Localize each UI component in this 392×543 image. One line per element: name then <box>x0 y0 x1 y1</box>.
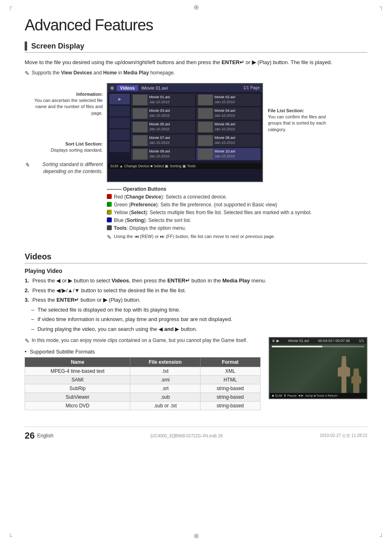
sort-label-title: Sort List Section: <box>65 141 103 146</box>
screen-header: ⊕ Videos iMovie 01.avi 1/1 Page <box>108 84 262 92</box>
file-info-7: Movie 04.avi Jan.10.2010 <box>214 109 235 118</box>
top-crosshair: ⊕ <box>194 3 199 11</box>
file-info-6: Movie 02.avi Jan.10.2010 <box>214 95 235 104</box>
screen-logo-icon: ⊕ <box>110 85 114 91</box>
note-game-icon: ✎ <box>25 337 30 345</box>
info-label-title: Information: <box>76 92 103 97</box>
table-row: MPEG-4 time-based text .txt XML <box>25 367 261 376</box>
file-item-3: Movie 05.avi Jan.10.2010 <box>131 121 195 133</box>
video-page: 1/1 <box>359 339 364 343</box>
table-row: SAMI .smi HTML <box>25 376 261 384</box>
diagram-area: Information: You can ascertain the selec… <box>25 83 367 183</box>
file-name-1: Movie 01.avi <box>149 95 170 100</box>
file-thumb-1 <box>133 95 148 105</box>
video-footer-text: ■ SUM ⏸ Pause ◄► Jump ▣ Tools ↺ Return <box>272 394 337 397</box>
step-2-text: Press the ◀/▶/▲/▼ button to select the d… <box>32 287 186 295</box>
screen-tab-videos: Videos <box>117 85 138 91</box>
tools-button-icon: ⬛ <box>107 225 112 230</box>
step-num-1: 1. <box>25 277 29 285</box>
sidebar-item-1: ▶ <box>109 94 130 104</box>
sub-step-2-text: If video time information is unknown, pl… <box>37 315 232 323</box>
videos-section: Videos Playing Video 1. Press the ◀ or ▶… <box>25 252 367 410</box>
op-green-text: Green (Preference): Sets the file prefer… <box>114 201 277 208</box>
operation-title: ——— Operation Buttons <box>107 186 321 192</box>
video-screen-box: ⊕ ▶ Movie 01.avi 00:04:03 / 00:07:38 1/1 <box>269 337 367 399</box>
op-blue-text: Blue (Sorting): Selects the sort list. <box>114 217 191 224</box>
file-list-desc: You can confirm the files and groups tha… <box>268 114 326 132</box>
file-date-9: Jan.10.2010 <box>214 141 235 146</box>
table-row: Micro DVD .sub or .txt string-based <box>25 402 261 410</box>
row-format-2: HTML <box>200 376 261 384</box>
op-note: ✎ Using the ⏮ (REW) or ⏭ (FF) button, fi… <box>107 234 321 240</box>
subtitle-formats-label: Supported Subtitle Formats <box>25 349 261 355</box>
note-pencil-icon: ✎ <box>25 70 30 76</box>
video-time: 00:04:03 / 00:07:38 <box>318 339 350 343</box>
bottom-area: ✎ In this mode, you can enjoy movie clip… <box>25 337 367 410</box>
file-date-2: Jan.10.2010 <box>149 113 170 118</box>
progress-bar-fill <box>272 346 323 347</box>
row-format-3: string-based <box>200 384 261 393</box>
formats-table-head: Name File extension Format <box>25 358 261 367</box>
footer-doc-info: [UC4000_32]BN68-02722G-XN.indb 26 <box>53 434 320 438</box>
screen-display-section-header: Screen Display <box>25 42 367 53</box>
subtitle-formats-text: Supported Subtitle Formats <box>30 349 95 355</box>
sort-note-text: Sorting standard is different depending … <box>32 161 103 175</box>
video-content-area <box>270 344 367 393</box>
row-ext-3: .srt <box>130 384 200 393</box>
file-name-5: Movie 09.avi <box>149 149 170 154</box>
file-thumb-9 <box>198 135 213 146</box>
giraffe-shape-2 <box>350 368 362 393</box>
step-3-text: Press the ENTER↵ button or ▶ (Play) butt… <box>32 296 141 304</box>
note-game-mode: ✎ In this mode, you can enjoy movie clip… <box>25 337 261 345</box>
step-num-3: 3. <box>25 296 29 304</box>
op-note-icon: ✎ <box>107 234 112 240</box>
file-thumb-7 <box>198 108 213 119</box>
op-red: A Red (Change Device): Selects a connect… <box>107 194 321 201</box>
formats-table: Name File extension Format MPEG-4 time-b… <box>25 357 261 410</box>
op-yellow: C Yellow (Select): Selects multiple file… <box>107 209 321 216</box>
sidebar-item-2 <box>109 106 130 116</box>
file-thumb-2 <box>133 108 148 119</box>
row-ext-2: .smi <box>130 376 200 384</box>
file-name-3: Movie 05.avi <box>149 122 170 127</box>
green-button-icon: B <box>107 202 112 207</box>
file-date-10: Jan.10.2010 <box>214 154 235 159</box>
file-item-10: Movie 10.avi Jan.10.2010 <box>196 148 261 160</box>
op-yellow-text: Yellow (Select): Selects multiple files … <box>114 209 312 216</box>
file-item-9: Movie 08.avi Jan.10.2010 <box>196 134 261 147</box>
step-list: 1. Press the ◀ or ▶ button to select Vid… <box>25 277 367 333</box>
op-tools-text: Tools: Displays the option menu. <box>114 225 186 232</box>
yellow-button-icon: C <box>107 210 112 215</box>
file-name-9: Movie 08.avi <box>214 136 235 141</box>
file-name-4: Movie 07.avi <box>149 136 170 141</box>
col-format: Format <box>200 358 261 367</box>
file-info-4: Movie 07.avi Jan.10.2010 <box>149 136 170 145</box>
sort-label-desc: Displays sorting standard. <box>51 148 103 153</box>
file-name-8: Movie 06.avi <box>214 122 235 127</box>
file-item-4: Movie 07.avi Jan.10.2010 <box>131 134 195 147</box>
file-item-1: Movie 01.avi Jan.10.2010 <box>131 94 195 106</box>
file-date-1: Jan.10.2010 <box>149 100 170 105</box>
step-2: 2. Press the ◀/▶/▲/▼ button to select th… <box>25 287 367 295</box>
info-label-desc: You can ascertain the selected file name… <box>34 98 103 116</box>
footer-page-num: 26 <box>25 430 35 441</box>
sort-sidebar: ▶ <box>109 94 130 162</box>
sub-step-3-text: During playing the video, you can search… <box>37 325 197 333</box>
file-info-1: Movie 01.avi Jan.10.2010 <box>149 95 170 104</box>
left-content: ✎ In this mode, you can enjoy movie clip… <box>25 337 261 410</box>
page-footer: 26 English [UC4000_32]BN68-02722G-XN.ind… <box>25 427 367 441</box>
sub-step-1: The selected file is displayed on the to… <box>31 306 367 314</box>
file-thumb-5 <box>133 149 148 159</box>
formats-table-body: MPEG-4 time-based text .txt XML SAMI .sm… <box>25 367 261 410</box>
sort-note-icon: ✎ <box>25 161 30 169</box>
sidebar-item-4 <box>109 129 130 140</box>
screen-current-file: iMovie 01.avi <box>141 85 168 90</box>
info-label: Information: You can ascertain the selec… <box>25 91 107 117</box>
row-ext-5: .sub or .txt <box>130 402 200 410</box>
file-thumb-4 <box>133 135 148 146</box>
op-note-text: Using the ⏮ (REW) or ⏭ (FF) button, file… <box>114 234 275 239</box>
file-name-7: Movie 04.avi <box>214 109 235 113</box>
bottom-crosshair: ⊕ <box>194 532 199 540</box>
sort-label: Sort List Section: Displays sorting stan… <box>25 141 107 154</box>
giraffe-shape <box>334 356 354 393</box>
